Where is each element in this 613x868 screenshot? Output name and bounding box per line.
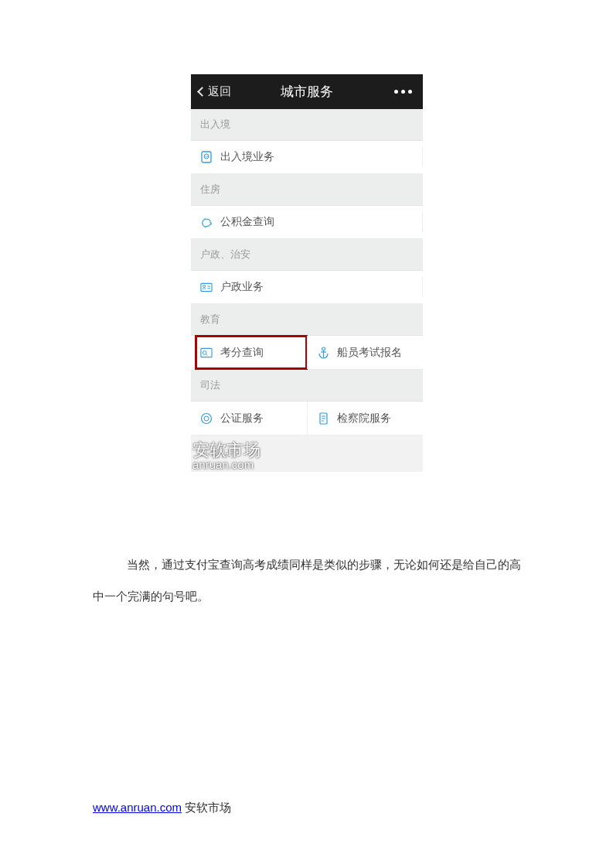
document-icon: [317, 412, 329, 425]
back-button[interactable]: 返回: [191, 84, 231, 99]
row-education: 考分查询 船员考试报名: [191, 336, 423, 370]
item-immigration-service[interactable]: 出入境业务: [191, 141, 423, 174]
watermark-line2: anruan.com: [192, 459, 261, 470]
item-label: 出入境业务: [220, 150, 274, 164]
section-header-housing: 住房: [191, 174, 423, 206]
section-header-judicial: 司法: [191, 370, 423, 402]
section-header-immigration: 出入境: [191, 109, 423, 141]
divider: [422, 212, 423, 232]
svg-point-13: [202, 413, 212, 423]
item-label: 考分查询: [220, 346, 264, 360]
title-bar: 返回 城市服务: [191, 74, 423, 109]
anchor-icon: [317, 347, 329, 359]
more-icon[interactable]: [394, 90, 412, 94]
item-civil-service[interactable]: 户政业务: [191, 271, 423, 304]
item-label: 公积金查询: [220, 215, 274, 229]
svg-rect-3: [201, 283, 212, 291]
piggy-bank-icon: [200, 216, 213, 228]
back-label: 返回: [208, 84, 231, 99]
item-label: 公证服务: [220, 412, 264, 425]
stamp-icon: [200, 412, 213, 425]
section-header-civil: 户政、治安: [191, 239, 423, 271]
id-card-icon: [200, 281, 213, 293]
svg-point-4: [203, 285, 206, 287]
app-screenshot: 返回 城市服务 出入境 出入境业务 住房 公积金查询 户政、治安 户政业务 教育: [191, 74, 423, 472]
article-paragraph: 当然，通过支付宝查询高考成绩同样是类似的步骤，无论如何还是给自己的高中一个完满的…: [93, 549, 521, 612]
watermark: 安软市场 anruan.com: [192, 442, 261, 470]
item-label: 检察院服务: [337, 412, 391, 425]
divider: [422, 147, 423, 167]
score-icon: [200, 347, 213, 359]
watermark-line1: 安软市场: [192, 440, 261, 460]
item-crew-exam[interactable]: 船员考试报名: [307, 336, 423, 369]
footer-link[interactable]: www.anruan.com: [93, 801, 182, 814]
item-procuratorate[interactable]: 检察院服务: [307, 402, 423, 435]
page-footer: www.anruan.com 安软市场: [93, 801, 231, 815]
svg-point-10: [322, 347, 325, 350]
item-score-query[interactable]: 考分查询: [191, 336, 307, 369]
item-fund-query[interactable]: 公积金查询: [191, 206, 423, 239]
chevron-left-icon: [197, 87, 207, 97]
svg-point-8: [203, 350, 206, 354]
divider: [422, 277, 423, 297]
item-label: 户政业务: [220, 280, 264, 294]
svg-point-14: [204, 416, 209, 421]
passport-icon: [200, 151, 213, 163]
section-header-education: 教育: [191, 304, 423, 336]
item-notary[interactable]: 公证服务: [191, 402, 307, 435]
footer-label: 安软市场: [185, 801, 231, 814]
svg-line-9: [206, 354, 208, 355]
svg-rect-0: [202, 152, 211, 162]
row-judicial: 公证服务 检察院服务: [191, 402, 423, 436]
item-label: 船员考试报名: [337, 346, 402, 360]
